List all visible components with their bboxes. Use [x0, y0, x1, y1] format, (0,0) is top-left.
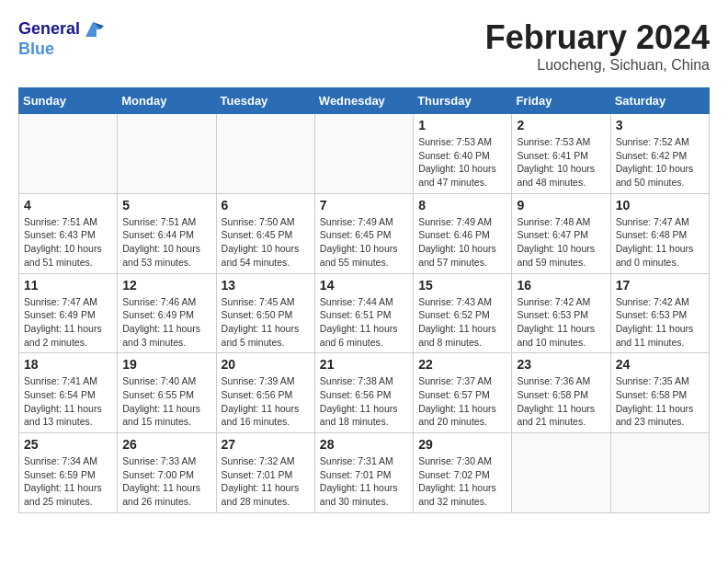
- day-info: Sunrise: 7:44 AMSunset: 6:51 PMDaylight:…: [320, 295, 408, 350]
- day-info: Sunrise: 7:37 AMSunset: 6:57 PMDaylight:…: [418, 374, 506, 429]
- calendar-cell: 15Sunrise: 7:43 AMSunset: 6:52 PMDayligh…: [414, 273, 512, 353]
- calendar-week-row: 11Sunrise: 7:47 AMSunset: 6:49 PMDayligh…: [19, 273, 710, 353]
- day-info: Sunrise: 7:53 AMSunset: 6:41 PMDaylight:…: [517, 135, 605, 190]
- calendar-week-row: 4Sunrise: 7:51 AMSunset: 6:43 PMDaylight…: [19, 193, 710, 273]
- day-number: 28: [320, 437, 408, 452]
- day-number: 17: [616, 278, 704, 293]
- calendar-cell: 21Sunrise: 7:38 AMSunset: 6:56 PMDayligh…: [314, 353, 413, 433]
- calendar-cell: 26Sunrise: 7:33 AMSunset: 7:00 PMDayligh…: [118, 433, 216, 513]
- calendar-cell: [216, 114, 314, 194]
- month-title: February 2024: [485, 18, 710, 57]
- day-number: 11: [24, 278, 112, 293]
- calendar-cell: [19, 114, 118, 194]
- calendar-cell: 16Sunrise: 7:42 AMSunset: 6:53 PMDayligh…: [512, 273, 610, 353]
- weekday-header-cell: Saturday: [610, 88, 709, 114]
- calendar-cell: 17Sunrise: 7:42 AMSunset: 6:53 PMDayligh…: [610, 273, 709, 353]
- calendar-body: 1Sunrise: 7:53 AMSunset: 6:40 PMDaylight…: [19, 114, 710, 513]
- day-info: Sunrise: 7:52 AMSunset: 6:42 PMDaylight:…: [616, 135, 704, 190]
- day-number: 20: [222, 357, 310, 372]
- day-info: Sunrise: 7:40 AMSunset: 6:55 PMDaylight:…: [122, 374, 210, 429]
- day-info: Sunrise: 7:31 AMSunset: 7:01 PMDaylight:…: [320, 454, 408, 509]
- calendar-cell: [118, 114, 216, 194]
- calendar-cell: [314, 114, 413, 194]
- weekday-header-cell: Wednesday: [314, 88, 413, 114]
- calendar-cell: 29Sunrise: 7:30 AMSunset: 7:02 PMDayligh…: [414, 433, 512, 513]
- calendar: SundayMondayTuesdayWednesdayThursdayFrid…: [18, 87, 710, 513]
- calendar-cell: 14Sunrise: 7:44 AMSunset: 6:51 PMDayligh…: [314, 273, 413, 353]
- calendar-cell: 27Sunrise: 7:32 AMSunset: 7:01 PMDayligh…: [216, 433, 314, 513]
- weekday-header-cell: Monday: [118, 88, 216, 114]
- day-info: Sunrise: 7:50 AMSunset: 6:45 PMDaylight:…: [222, 215, 310, 270]
- calendar-cell: 23Sunrise: 7:36 AMSunset: 6:58 PMDayligh…: [512, 353, 610, 433]
- day-info: Sunrise: 7:30 AMSunset: 7:02 PMDaylight:…: [418, 454, 506, 509]
- day-number: 18: [24, 357, 112, 372]
- day-number: 4: [24, 198, 112, 213]
- day-number: 25: [24, 437, 112, 452]
- day-info: Sunrise: 7:48 AMSunset: 6:47 PMDaylight:…: [517, 215, 605, 270]
- day-info: Sunrise: 7:42 AMSunset: 6:53 PMDaylight:…: [517, 295, 605, 350]
- day-number: 7: [320, 198, 408, 213]
- day-info: Sunrise: 7:49 AMSunset: 6:46 PMDaylight:…: [418, 215, 506, 270]
- day-info: Sunrise: 7:42 AMSunset: 6:53 PMDaylight:…: [616, 295, 704, 350]
- day-number: 24: [616, 357, 704, 372]
- calendar-cell: 6Sunrise: 7:50 AMSunset: 6:45 PMDaylight…: [216, 193, 314, 273]
- day-info: Sunrise: 7:33 AMSunset: 7:00 PMDaylight:…: [122, 454, 210, 509]
- calendar-cell: [512, 433, 610, 513]
- day-info: Sunrise: 7:53 AMSunset: 6:40 PMDaylight:…: [418, 135, 506, 190]
- day-info: Sunrise: 7:36 AMSunset: 6:58 PMDaylight:…: [517, 374, 605, 429]
- calendar-cell: 19Sunrise: 7:40 AMSunset: 6:55 PMDayligh…: [118, 353, 216, 433]
- day-number: 2: [517, 118, 605, 132]
- calendar-cell: 11Sunrise: 7:47 AMSunset: 6:49 PMDayligh…: [19, 273, 118, 353]
- day-number: 3: [616, 118, 704, 132]
- logo-blue: Blue: [18, 40, 54, 58]
- day-number: 14: [320, 278, 408, 293]
- calendar-week-row: 18Sunrise: 7:41 AMSunset: 6:54 PMDayligh…: [19, 353, 710, 433]
- calendar-cell: 10Sunrise: 7:47 AMSunset: 6:48 PMDayligh…: [610, 193, 709, 273]
- day-info: Sunrise: 7:38 AMSunset: 6:56 PMDaylight:…: [320, 374, 408, 429]
- day-info: Sunrise: 7:47 AMSunset: 6:48 PMDaylight:…: [616, 215, 704, 270]
- calendar-cell: 24Sunrise: 7:35 AMSunset: 6:58 PMDayligh…: [610, 353, 709, 433]
- day-number: 8: [418, 198, 506, 213]
- day-number: 19: [122, 357, 210, 372]
- calendar-cell: 13Sunrise: 7:45 AMSunset: 6:50 PMDayligh…: [216, 273, 314, 353]
- logo-icon: [82, 18, 104, 40]
- day-number: 21: [320, 357, 408, 372]
- day-number: 13: [222, 278, 310, 293]
- calendar-cell: 9Sunrise: 7:48 AMSunset: 6:47 PMDaylight…: [512, 193, 610, 273]
- day-number: 12: [122, 278, 210, 293]
- title-section: February 2024 Luocheng, Sichuan, China: [485, 18, 710, 74]
- day-number: 9: [517, 198, 605, 213]
- calendar-cell: 22Sunrise: 7:37 AMSunset: 6:57 PMDayligh…: [414, 353, 512, 433]
- day-info: Sunrise: 7:39 AMSunset: 6:56 PMDaylight:…: [222, 374, 310, 429]
- day-number: 27: [222, 437, 310, 452]
- day-info: Sunrise: 7:34 AMSunset: 6:59 PMDaylight:…: [24, 454, 112, 509]
- weekday-header: SundayMondayTuesdayWednesdayThursdayFrid…: [19, 88, 710, 114]
- day-info: Sunrise: 7:46 AMSunset: 6:49 PMDaylight:…: [122, 295, 210, 350]
- calendar-cell: 8Sunrise: 7:49 AMSunset: 6:46 PMDaylight…: [414, 193, 512, 273]
- day-number: 5: [122, 198, 210, 213]
- calendar-cell: 3Sunrise: 7:52 AMSunset: 6:42 PMDaylight…: [610, 114, 709, 194]
- day-info: Sunrise: 7:35 AMSunset: 6:58 PMDaylight:…: [616, 374, 704, 429]
- logo-general: General: [18, 20, 80, 39]
- weekday-header-cell: Sunday: [19, 88, 118, 114]
- calendar-cell: 20Sunrise: 7:39 AMSunset: 6:56 PMDayligh…: [216, 353, 314, 433]
- calendar-cell: 18Sunrise: 7:41 AMSunset: 6:54 PMDayligh…: [19, 353, 118, 433]
- location-title: Luocheng, Sichuan, China: [485, 57, 710, 74]
- calendar-cell: 1Sunrise: 7:53 AMSunset: 6:40 PMDaylight…: [414, 114, 512, 194]
- calendar-week-row: 1Sunrise: 7:53 AMSunset: 6:40 PMDaylight…: [19, 114, 710, 194]
- calendar-cell: [610, 433, 709, 513]
- weekday-header-cell: Tuesday: [216, 88, 314, 114]
- day-number: 6: [222, 198, 310, 213]
- calendar-week-row: 25Sunrise: 7:34 AMSunset: 6:59 PMDayligh…: [19, 433, 710, 513]
- calendar-cell: 2Sunrise: 7:53 AMSunset: 6:41 PMDaylight…: [512, 114, 610, 194]
- calendar-cell: 12Sunrise: 7:46 AMSunset: 6:49 PMDayligh…: [118, 273, 216, 353]
- day-number: 29: [418, 437, 506, 452]
- day-info: Sunrise: 7:41 AMSunset: 6:54 PMDaylight:…: [24, 374, 112, 429]
- day-number: 26: [122, 437, 210, 452]
- weekday-header-cell: Friday: [512, 88, 610, 114]
- calendar-cell: 7Sunrise: 7:49 AMSunset: 6:45 PMDaylight…: [314, 193, 413, 273]
- day-info: Sunrise: 7:51 AMSunset: 6:44 PMDaylight:…: [122, 215, 210, 270]
- calendar-cell: 4Sunrise: 7:51 AMSunset: 6:43 PMDaylight…: [19, 193, 118, 273]
- calendar-cell: 5Sunrise: 7:51 AMSunset: 6:44 PMDaylight…: [118, 193, 216, 273]
- logo: General Blue: [18, 18, 104, 59]
